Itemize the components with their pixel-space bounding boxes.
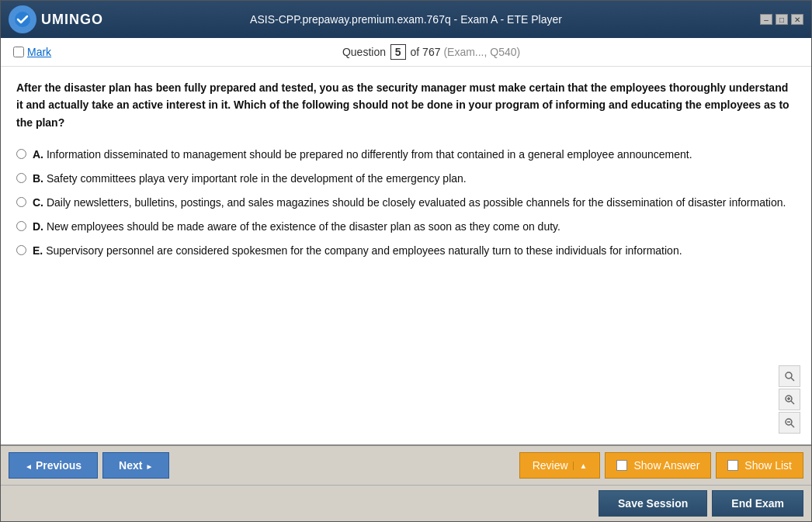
- answer-option-a: A. Information disseminated to managemen…: [16, 147, 796, 163]
- radio-d[interactable]: [16, 221, 26, 231]
- next-button[interactable]: Next: [102, 452, 169, 479]
- svg-line-8: [791, 424, 794, 427]
- logo-text: UMINGO: [41, 12, 103, 28]
- answer-text-e[interactable]: E. Supervisory personnel are considered …: [33, 243, 796, 259]
- question-text: After the disaster plan has been fully p…: [16, 79, 796, 131]
- close-button[interactable]: ✕: [791, 14, 803, 25]
- radio-b[interactable]: [16, 173, 26, 183]
- total-questions: of 767: [411, 46, 441, 58]
- search-icon: [784, 371, 795, 382]
- zoom-out-icon: [784, 417, 795, 428]
- next-chevron-icon: [145, 459, 153, 472]
- previous-chevron-icon: [25, 459, 33, 472]
- answer-option-b: B. Safety committees playa very importan…: [16, 171, 796, 187]
- mark-label[interactable]: Mark: [27, 46, 51, 58]
- zoom-in-icon: [784, 394, 795, 405]
- exam-ref: (Exam..., Q540): [443, 46, 520, 58]
- zoom-controls: [779, 365, 800, 434]
- answer-text-b[interactable]: B. Safety committees playa very importan…: [33, 171, 796, 187]
- show-answer-button[interactable]: Show Answer: [605, 452, 711, 479]
- search-button[interactable]: [779, 365, 800, 387]
- end-exam-button[interactable]: End Exam: [712, 490, 803, 517]
- svg-line-4: [791, 401, 794, 404]
- minimize-button[interactable]: –: [760, 14, 772, 25]
- content-area: After the disaster plan has been fully p…: [1, 67, 811, 444]
- mark-checkbox-label[interactable]: Mark: [13, 46, 51, 58]
- window-controls: – □ ✕: [760, 14, 803, 25]
- radio-c[interactable]: [16, 197, 26, 207]
- question-info: Question 5 of 767 (Exam..., Q540): [342, 44, 520, 60]
- review-dropdown-icon: ▲: [573, 462, 588, 470]
- svg-point-1: [786, 372, 792, 379]
- answer-text-d[interactable]: D. New employees should be made aware of…: [33, 219, 796, 235]
- zoom-out-button[interactable]: [779, 412, 800, 434]
- zoom-in-button[interactable]: [779, 389, 800, 410]
- svg-line-2: [791, 378, 794, 381]
- question-label: Question: [342, 46, 386, 58]
- show-list-checkbox-icon: [727, 460, 738, 471]
- maximize-button[interactable]: □: [776, 14, 788, 25]
- radio-a[interactable]: [16, 149, 26, 159]
- bottom-toolbar: Previous Next Review ▲ Show Answer Show …: [1, 444, 811, 485]
- radio-e[interactable]: [16, 245, 26, 255]
- answer-option-e: E. Supervisory personnel are considered …: [16, 243, 796, 259]
- answer-text-c[interactable]: C. Daily newsletters, bulletins, posting…: [33, 195, 796, 211]
- app-window: UMINGO ASIS-CPP.prepaway.premium.exam.76…: [0, 0, 812, 522]
- logo: UMINGO: [9, 5, 103, 33]
- previous-button[interactable]: Previous: [9, 452, 98, 479]
- action-row: Save Session End Exam: [1, 485, 811, 521]
- mark-checkbox-input[interactable]: [13, 47, 24, 57]
- answer-option-c: C. Daily newsletters, bulletins, posting…: [16, 195, 796, 211]
- title-bar: UMINGO ASIS-CPP.prepaway.premium.exam.76…: [1, 1, 811, 38]
- question-number-badge: 5: [390, 44, 406, 60]
- answer-option-d: D. New employees should be made aware of…: [16, 219, 796, 235]
- question-header: Mark Question 5 of 767 (Exam..., Q540): [1, 38, 811, 67]
- review-button[interactable]: Review ▲: [519, 452, 601, 479]
- save-session-button[interactable]: Save Session: [599, 490, 707, 517]
- logo-icon: [9, 5, 36, 33]
- answer-text-a[interactable]: A. Information disseminated to managemen…: [33, 147, 796, 163]
- window-title: ASIS-CPP.prepaway.premium.exam.767q - Ex…: [250, 13, 562, 26]
- show-answer-checkbox-icon: [616, 460, 627, 471]
- show-list-button[interactable]: Show List: [716, 452, 803, 479]
